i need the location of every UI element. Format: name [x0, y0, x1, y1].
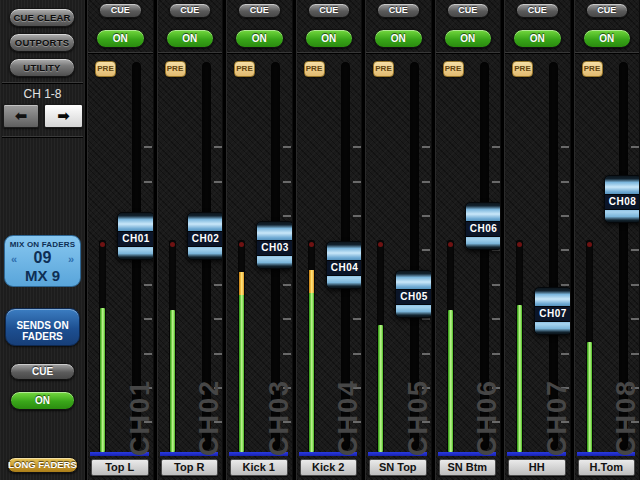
channel-strip: CUE ON PRE CH05 CH05 SN Top — [365, 0, 432, 480]
channel-name-plate[interactable]: SN Top — [369, 459, 427, 476]
pre-badge[interactable]: PRE — [582, 61, 603, 77]
fader-scale-tick — [214, 284, 222, 286]
pre-badge[interactable]: PRE — [95, 61, 116, 77]
channel-cue-button[interactable]: CUE — [238, 3, 281, 18]
pre-badge[interactable]: PRE — [304, 61, 325, 77]
pre-badge[interactable]: PRE — [512, 61, 533, 77]
fader-cap[interactable]: CH04 — [326, 241, 363, 289]
divider — [366, 52, 431, 53]
divider — [436, 52, 501, 53]
fader-scale-tick — [422, 215, 430, 217]
fader-cap[interactable]: CH08 — [604, 175, 640, 223]
fader-scale-tick — [561, 181, 569, 183]
meter-fill — [239, 272, 244, 452]
fader-scale-tick — [283, 181, 291, 183]
channel-on-button[interactable]: ON — [583, 29, 632, 48]
master-on-button[interactable]: ON — [10, 391, 75, 410]
fader-scale-tick — [631, 249, 639, 251]
mix-prev-chevron-icon[interactable]: « — [11, 251, 17, 267]
master-cue-button[interactable]: CUE — [10, 363, 75, 380]
fader-scale-tick — [353, 181, 361, 183]
channel-watermark: CH08 — [613, 379, 639, 456]
fader-cap[interactable]: CH01 — [117, 212, 154, 260]
channel-cue-button[interactable]: CUE — [586, 3, 629, 18]
fader-scale-tick — [144, 181, 152, 183]
channel-on-button[interactable]: ON — [305, 29, 354, 48]
channel-on-button[interactable]: ON — [513, 29, 562, 48]
fader-scale-tick — [214, 318, 222, 320]
mix-next-chevron-icon[interactable]: » — [68, 251, 74, 267]
peak-indicator — [448, 242, 453, 247]
channel-cue-button[interactable]: CUE — [377, 3, 420, 18]
channel-on-button[interactable]: ON — [444, 29, 493, 48]
pre-badge[interactable]: PRE — [443, 61, 464, 77]
meter-fill — [170, 310, 175, 452]
long-faders-button[interactable]: LONG FADERS — [7, 457, 78, 473]
pre-badge[interactable]: PRE — [373, 61, 394, 77]
divider — [2, 82, 83, 83]
sidebar: CUE CLEAR OUTPORTS UTILITY CH 1-8 ⬅ ➡ MI… — [0, 0, 87, 480]
fader-scale-tick — [214, 353, 222, 355]
fader-cap-label: CH04 — [327, 260, 363, 276]
fader-scale-tick — [492, 353, 500, 355]
fader-cap-label: CH07 — [535, 306, 571, 322]
channel-on-button[interactable]: ON — [374, 29, 423, 48]
outports-button[interactable]: OUTPORTS — [9, 33, 75, 52]
meter-yellow-segment — [239, 272, 244, 295]
mix-number: 09 — [34, 249, 52, 266]
cue-clear-button[interactable]: CUE CLEAR — [9, 8, 75, 27]
peak-indicator — [378, 242, 383, 247]
channel-name-plate[interactable]: Kick 2 — [300, 459, 358, 476]
channel-cue-button[interactable]: CUE — [99, 3, 142, 18]
channel-cue-button[interactable]: CUE — [169, 3, 212, 18]
divider — [158, 52, 223, 53]
divider — [2, 136, 83, 137]
fader-cap-label: CH05 — [396, 289, 432, 305]
fader-cap[interactable]: CH05 — [395, 270, 432, 318]
channel-watermark: CH03 — [266, 379, 292, 456]
fader-cap[interactable]: CH03 — [256, 221, 293, 269]
fader-scale-tick — [283, 353, 291, 355]
fader-cap[interactable]: CH07 — [534, 287, 571, 335]
meter-yellow-segment — [309, 270, 314, 293]
fader-scale-tick — [422, 353, 430, 355]
mix-on-faders-panel[interactable]: MIX ON FADERS « 09 » MX 9 — [4, 235, 81, 287]
channel-watermark: CH02 — [196, 379, 222, 456]
fader-scale-tick — [492, 146, 500, 148]
divider — [227, 52, 292, 53]
channel-strip: CUE ON PRE CH04 CH04 Kick 2 — [296, 0, 363, 480]
prev-bank-arrow-icon[interactable]: ⬅ — [3, 104, 39, 128]
pre-badge[interactable]: PRE — [165, 61, 186, 77]
channel-on-button[interactable]: ON — [96, 29, 145, 48]
channel-cue-button[interactable]: CUE — [516, 3, 559, 18]
next-bank-arrow-icon[interactable]: ➡ — [44, 104, 83, 128]
channel-name-plate[interactable]: HH — [508, 459, 566, 476]
channel-cue-button[interactable]: CUE — [447, 3, 490, 18]
divider — [575, 52, 640, 53]
channel-name-plate[interactable]: H.Tom — [578, 459, 636, 476]
sends-on-faders-button[interactable]: SENDS ON FADERS — [5, 308, 80, 346]
fader-scale-tick — [214, 181, 222, 183]
fader-cap-label: CH03 — [257, 240, 293, 256]
fader-scale-tick — [422, 318, 430, 320]
utility-button[interactable]: UTILITY — [9, 58, 75, 77]
fader-cap[interactable]: CH02 — [187, 212, 224, 260]
channel-on-button[interactable]: ON — [166, 29, 215, 48]
mix-name: MX 9 — [5, 268, 80, 283]
mixer-app: CUE CLEAR OUTPORTS UTILITY CH 1-8 ⬅ ➡ MI… — [0, 0, 640, 480]
channel-on-button[interactable]: ON — [235, 29, 284, 48]
channel-name-plate[interactable]: SN Btm — [439, 459, 497, 476]
fader-scale-tick — [561, 249, 569, 251]
channel-watermark: CH06 — [474, 379, 500, 456]
fader-scale-tick — [422, 146, 430, 148]
fader-scale-tick — [561, 215, 569, 217]
fader-scale-tick — [631, 284, 639, 286]
fader-cap[interactable]: CH06 — [465, 202, 502, 250]
pre-badge[interactable]: PRE — [234, 61, 255, 77]
peak-indicator — [517, 242, 522, 247]
channel-name-plate[interactable]: Top R — [161, 459, 219, 476]
channel-name-plate[interactable]: Top L — [91, 459, 149, 476]
channel-cue-button[interactable]: CUE — [308, 3, 351, 18]
divider — [505, 52, 570, 53]
channel-name-plate[interactable]: Kick 1 — [230, 459, 288, 476]
